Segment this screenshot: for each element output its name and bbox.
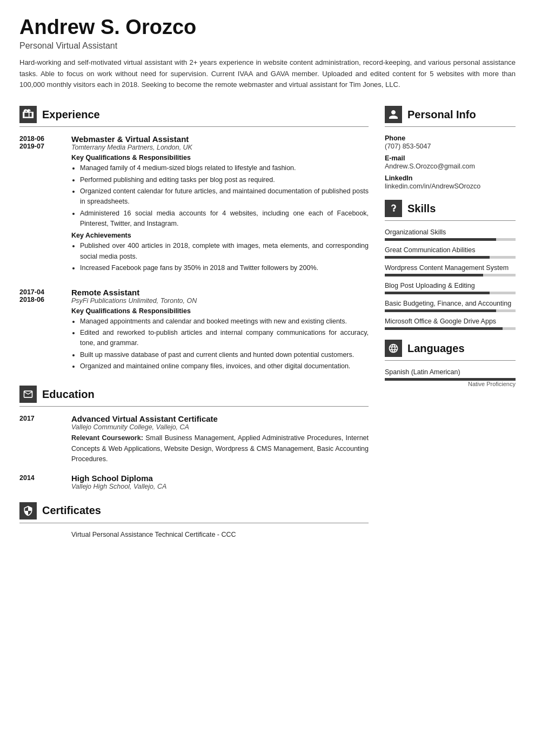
experience-icon <box>19 106 37 123</box>
skills-title: Skills <box>407 202 436 215</box>
skill-item: Basic Budgeting, Finance, and Accounting <box>385 300 516 312</box>
skill-bar-bg <box>385 238 516 241</box>
experience-item: 2017-042018-06Remote AssistantPsyFi Publ… <box>19 288 369 374</box>
cert-text: Virtual Personal Assistance Technical Ce… <box>71 531 236 538</box>
skill-name: Wordpress Content Management System <box>385 264 516 272</box>
qualification-item: Administered 16 social media accounts fo… <box>80 208 369 230</box>
skills-section-header: Skills <box>385 200 516 217</box>
languages-icon <box>385 340 402 357</box>
languages-section: Languages Spanish (Latin American)Native… <box>385 340 516 387</box>
skill-name: Microsoft Office & Google Drive Apps <box>385 318 516 325</box>
skill-name: Blog Post Uploading & Editing <box>385 282 516 289</box>
language-name: Spanish (Latin American) <box>385 368 516 376</box>
skill-bar-fill <box>385 256 490 259</box>
skill-bar-bg <box>385 327 516 330</box>
linkedin-value: linkedin.com/in/AndrewSOrozco <box>385 183 516 190</box>
achievements-label: Key Achievements <box>71 232 369 239</box>
personal-info-icon <box>385 106 402 123</box>
exp-content: Remote AssistantPsyFi Publications Unlim… <box>71 288 369 374</box>
cert-spacer <box>19 531 63 538</box>
personal-info-header: Personal Info <box>385 106 516 123</box>
qualification-item: Built up massive database of past and cu… <box>80 350 369 360</box>
exp-content: Webmaster & Virtual AssistantTomterrany … <box>71 134 369 275</box>
personal-info-title: Personal Info <box>407 109 476 121</box>
company: PsyFi Publications Unlimited, Toronto, O… <box>71 297 369 305</box>
candidate-name: Andrew S. Orozco <box>19 16 516 39</box>
skill-name: Basic Budgeting, Finance, and Accounting <box>385 300 516 307</box>
edu-degree: Advanced Virtual Assistant Certificate <box>71 414 369 423</box>
skill-bar-fill <box>385 327 503 330</box>
experience-section-header: Experience <box>19 106 369 123</box>
qualification-item: Managed appointments and calendar and bo… <box>80 316 369 327</box>
achievement-item: Published over 400 articles in 2018, com… <box>80 241 369 262</box>
qualifications-label: Key Qualifications & Responsibilities <box>71 307 369 315</box>
personal-info-divider <box>385 126 516 127</box>
skill-bar-bg <box>385 309 516 312</box>
experience-section: Experience 2018-062019-07Webmaster & Vir… <box>19 106 369 374</box>
certificates-section-header: Certificates <box>19 502 369 519</box>
languages-section-header: Languages <box>385 340 516 357</box>
skill-bar-bg <box>385 274 516 276</box>
exp-dates: 2017-042018-06 <box>19 288 63 374</box>
education-icon <box>19 386 37 403</box>
qualification-item: Organized content calendar for future ar… <box>80 186 369 207</box>
skills-divider <box>385 220 516 221</box>
education-item: 2017Advanced Virtual Assistant Certifica… <box>19 414 369 464</box>
experience-list: 2018-062019-07Webmaster & Virtual Assist… <box>19 134 369 374</box>
experience-title: Experience <box>42 109 100 121</box>
skills-icon <box>385 200 402 217</box>
skills-list: Organizational SkillsGreat Communication… <box>385 228 516 330</box>
candidate-summary: Hard-working and self-motivated virtual … <box>19 57 516 91</box>
language-proficiency: Native Proficiency <box>385 381 516 387</box>
job-title: Remote Assistant <box>71 288 369 297</box>
education-divider <box>19 406 369 407</box>
skill-name: Organizational Skills <box>385 228 516 236</box>
linkedin-label: LinkedIn <box>385 174 516 182</box>
skill-item: Great Communication Abilities <box>385 246 516 259</box>
certificates-section: Certificates Virtual Personal Assistance… <box>19 502 369 538</box>
qualification-item: Performed publishing and editing tasks p… <box>80 175 369 185</box>
skill-name: Great Communication Abilities <box>385 246 516 254</box>
job-title: Webmaster & Virtual Assistant <box>71 134 369 144</box>
qualifications-label: Key Qualifications & Responsibilities <box>71 154 369 161</box>
edu-school: Vallejo Community College, Vallejo, CA <box>71 423 369 431</box>
company: Tomterrany Media Partners, London, UK <box>71 144 369 151</box>
edu-content: High School DiplomaVallejo High School, … <box>71 474 166 492</box>
experience-divider <box>19 126 369 127</box>
qualification-item: Edited and reworked to-publish articles … <box>80 328 369 349</box>
education-item: 2014High School DiplomaVallejo High Scho… <box>19 474 369 492</box>
resume-header: Andrew S. Orozco Personal Virtual Assist… <box>19 16 516 91</box>
education-section: Education 2017Advanced Virtual Assistant… <box>19 386 369 492</box>
candidate-title: Personal Virtual Assistant <box>19 41 516 51</box>
right-column: Personal Info Phone (707) 853-5047 E-mai… <box>385 106 516 397</box>
qualifications-list: Managed family of 4 medium-sized blogs r… <box>71 163 369 229</box>
edu-content: Advanced Virtual Assistant CertificateVa… <box>71 414 369 464</box>
phone-label: Phone <box>385 134 516 142</box>
email-value: Andrew.S.Orozco@gmail.com <box>385 163 516 170</box>
skill-bar-fill <box>385 292 490 294</box>
achievement-item: Increased Facebook page fans by 350% in … <box>80 263 369 273</box>
certificate-item: Virtual Personal Assistance Technical Ce… <box>19 531 369 538</box>
skill-bar-fill <box>385 274 483 276</box>
education-title: Education <box>42 388 95 401</box>
edu-year: 2017 <box>19 414 63 464</box>
achievements-list: Published over 400 articles in 2018, com… <box>71 241 369 273</box>
skill-item: Microsoft Office & Google Drive Apps <box>385 318 516 330</box>
languages-list: Spanish (Latin American)Native Proficien… <box>385 368 516 387</box>
personal-info-section: Personal Info Phone (707) 853-5047 E-mai… <box>385 106 516 190</box>
qualification-item: Organized and maintained online company … <box>80 361 369 372</box>
qualification-item: Managed family of 4 medium-sized blogs r… <box>80 163 369 173</box>
skill-bar-bg <box>385 292 516 294</box>
certificates-list: Virtual Personal Assistance Technical Ce… <box>19 531 369 538</box>
certificates-icon <box>19 502 37 519</box>
language-item: Spanish (Latin American)Native Proficien… <box>385 368 516 387</box>
skills-section: Skills Organizational SkillsGreat Commun… <box>385 200 516 330</box>
email-label: E-mail <box>385 154 516 162</box>
skill-item: Blog Post Uploading & Editing <box>385 282 516 294</box>
skill-item: Organizational Skills <box>385 228 516 241</box>
languages-divider <box>385 360 516 361</box>
skill-item: Wordpress Content Management System <box>385 264 516 276</box>
skill-bar-bg <box>385 256 516 259</box>
exp-dates: 2018-062019-07 <box>19 134 63 275</box>
certificates-title: Certificates <box>42 504 101 517</box>
